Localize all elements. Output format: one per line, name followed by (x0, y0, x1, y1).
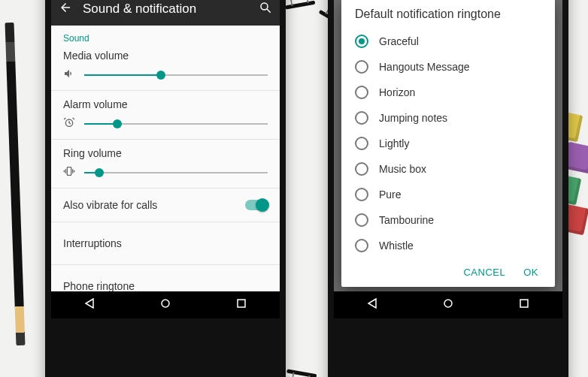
divider (51, 222, 280, 222)
vibrate-icon (63, 165, 77, 180)
radio-icon (355, 35, 368, 48)
ok-button[interactable]: OK (523, 267, 538, 278)
ringtone-label: Whistle (379, 240, 414, 252)
screen-left: 7° 100% 12:33 Sound & notification Sou (51, 0, 280, 318)
ringtone-label: Jumping notes (379, 112, 447, 124)
radio-icon (355, 60, 368, 74)
dialog-title: Default notification ringtone (355, 8, 541, 21)
ringtone-option[interactable]: Pure (355, 182, 541, 207)
nav-back-icon[interactable] (366, 297, 378, 312)
divider (51, 139, 280, 140)
settings-list[interactable]: Sound Media volumeAlarm volumeRing volum… (51, 26, 280, 318)
radio-icon (355, 86, 368, 99)
ringtone-option[interactable]: Whistle (355, 233, 541, 258)
ringtone-label: Music box (379, 163, 426, 175)
volume-slider[interactable] (84, 172, 268, 173)
radio-icon (355, 111, 368, 125)
pencil-prop (5, 23, 26, 345)
screen-right: 7° 100% 12:34 RAIPDNWShow all notificati… (334, 0, 562, 318)
nav-home-icon[interactable] (159, 297, 171, 312)
ringtone-label: Tambourine (379, 214, 434, 226)
phone-right: 7° 100% 12:34 RAIPDNWShow all notificati… (328, 0, 568, 377)
binder-clip (285, 1, 317, 17)
alarm-icon (63, 116, 77, 131)
svg-rect-15 (520, 300, 528, 307)
volume-slider-row: Ring volume (63, 147, 268, 180)
settings-row-label: Interruptions (63, 237, 268, 249)
page-title: Sound & notification (83, 2, 248, 17)
svg-point-8 (162, 300, 169, 307)
ringtone-option[interactable]: Horizon (355, 80, 541, 105)
cancel-button[interactable]: CANCEL (463, 267, 505, 278)
back-icon[interactable] (59, 1, 72, 17)
ringtone-label: Pure (379, 188, 402, 201)
volume-slider[interactable] (84, 74, 268, 76)
slider-label: Alarm volume (63, 98, 268, 110)
binder-clip (286, 363, 318, 377)
ringtone-option[interactable]: Music box (355, 156, 541, 182)
ringtone-dialog: Default notification ringtone GracefulHa… (341, 0, 555, 287)
svg-rect-7 (67, 167, 71, 176)
nav-back-icon[interactable] (83, 297, 95, 312)
radio-icon (355, 213, 368, 227)
radio-icon (355, 162, 368, 176)
ringtone-label: Horizon (379, 86, 415, 98)
divider (51, 264, 280, 265)
radio-icon (355, 137, 368, 150)
app-bar: Sound & notification (51, 0, 280, 26)
volume-slider-row: Media volume (63, 50, 268, 83)
svg-point-4 (261, 3, 268, 10)
search-icon[interactable] (259, 1, 272, 17)
svg-line-5 (267, 9, 271, 13)
svg-point-14 (444, 300, 452, 307)
section-header-sound: Sound (63, 33, 268, 44)
nav-recent-icon[interactable] (518, 297, 530, 312)
phone-left: 7° 100% 12:33 Sound & notification Sou (45, 0, 286, 377)
ringtone-option[interactable]: Lightly (355, 131, 541, 156)
divider (51, 188, 280, 188)
settings-row-label: Phone ringtone (63, 280, 268, 292)
nav-bar (334, 291, 562, 318)
volume-slider-row: Alarm volume (63, 98, 268, 131)
ringtone-label: Graceful (379, 35, 419, 47)
vibrate-for-calls-row[interactable]: Also vibrate for calls (63, 196, 268, 214)
nav-recent-icon[interactable] (235, 297, 247, 312)
svg-rect-9 (238, 300, 245, 307)
slider-label: Ring volume (63, 147, 268, 159)
nav-home-icon[interactable] (442, 297, 454, 312)
ringtone-label: Lightly (379, 137, 409, 149)
radio-icon (355, 188, 368, 201)
ringtone-options[interactable]: GracefulHangouts MessageHorizonJumping n… (355, 29, 541, 262)
vibrate-toggle[interactable] (245, 200, 268, 210)
ringtone-option[interactable]: Graceful (355, 29, 541, 54)
nav-bar (51, 291, 280, 318)
ringtone-option[interactable]: Jumping notes (355, 105, 541, 131)
ringtone-label: Hangouts Message (379, 61, 470, 73)
volume-slider[interactable] (84, 123, 268, 125)
ringtone-option[interactable]: Tambourine (355, 207, 541, 233)
ringtone-option[interactable]: Hangouts Message (355, 54, 541, 80)
settings-row[interactable]: Interruptions (63, 230, 268, 257)
toggle-label: Also vibrate for calls (63, 199, 157, 211)
speaker-icon (63, 68, 77, 83)
slider-label: Media volume (63, 50, 268, 62)
radio-icon (355, 239, 368, 252)
divider (51, 90, 280, 91)
